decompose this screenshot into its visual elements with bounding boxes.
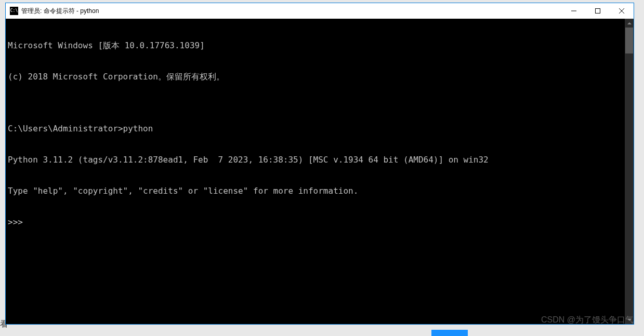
minimize-icon [571, 8, 576, 14]
terminal-line: (c) 2018 Microsoft Corporation。保留所有权利。 [8, 72, 632, 82]
window-title: 管理员: 命令提示符 - python [21, 7, 562, 16]
window-controls [562, 3, 634, 19]
cmd-icon: C:\ [10, 7, 18, 15]
close-button[interactable] [610, 3, 634, 19]
cmd-icon-text: C:\ [10, 9, 18, 13]
svg-rect-1 [596, 9, 600, 14]
terminal-line: Python 3.11.2 (tags/v3.11.2:878ead1, Feb… [8, 155, 632, 165]
close-icon [619, 8, 624, 14]
terminal-line: Type "help", "copyright", "credits" or "… [8, 186, 632, 196]
command-prompt-window: C:\ 管理员: 命令提示符 - python Microsoft Window… [5, 3, 634, 325]
watermark: CSDN @为了馒头争口气 [541, 315, 634, 326]
terminal-prompt: >>> [8, 217, 632, 227]
terminal-line: C:\Users\Administrator>python [8, 124, 632, 134]
terminal-line: Microsoft Windows [版本 10.0.17763.1039] [8, 41, 632, 51]
scrollbar-thumb[interactable] [625, 28, 633, 53]
scrollbar-up-arrow-icon[interactable] [625, 19, 634, 28]
maximize-icon [595, 8, 600, 14]
titlebar[interactable]: C:\ 管理员: 命令提示符 - python [6, 3, 634, 19]
background-blue-fragment [431, 330, 468, 336]
scrollbar[interactable] [625, 19, 634, 324]
maximize-button[interactable] [586, 3, 610, 19]
terminal-area[interactable]: Microsoft Windows [版本 10.0.17763.1039] (… [6, 19, 634, 324]
minimize-button[interactable] [562, 3, 586, 19]
